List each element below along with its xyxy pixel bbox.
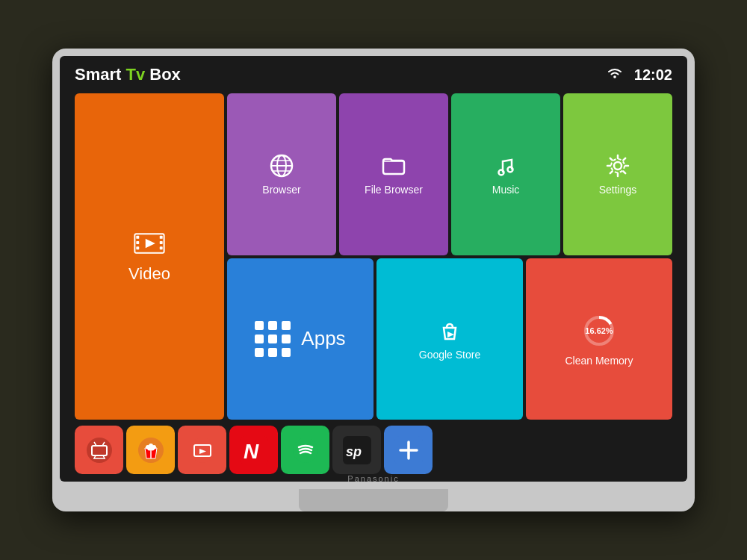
- small-tile-spotify[interactable]: [281, 426, 329, 474]
- small-tile-tv1[interactable]: [75, 426, 123, 474]
- logo-box: Box: [145, 65, 181, 84]
- row1-right: Browser File Browser: [227, 93, 672, 420]
- svg-point-0: [613, 75, 616, 78]
- row1-bottom: Apps Google Store: [227, 258, 672, 420]
- small-tile-popcorn[interactable]: [126, 426, 175, 474]
- clean-memory-progress: 16.62%: [580, 311, 619, 350]
- music-tile[interactable]: Music: [451, 93, 560, 255]
- google-store-tile[interactable]: Google Store: [376, 258, 523, 420]
- small-tile-sp[interactable]: sp: [332, 426, 381, 474]
- apps-dot: [268, 321, 277, 330]
- tv-stand: [299, 489, 448, 511]
- screen-content: Smart Tv Box 12:02: [60, 56, 687, 482]
- apps-dot: [282, 335, 291, 343]
- apps-dot: [282, 348, 291, 357]
- svg-rect-7: [160, 246, 163, 249]
- svg-text:sp: sp: [346, 444, 362, 459]
- google-store-label: Google Store: [419, 349, 481, 361]
- music-icon: [492, 152, 519, 179]
- header-right: 12:02: [606, 66, 672, 84]
- tv-outer: Smart Tv Box 12:02: [52, 49, 695, 511]
- svg-point-21: [87, 438, 112, 463]
- apps-dot: [268, 348, 277, 357]
- svg-rect-3: [136, 241, 139, 244]
- svg-text:N: N: [244, 440, 259, 463]
- settings-tile[interactable]: Settings: [563, 93, 672, 255]
- clean-memory-tile[interactable]: 16.62% Clean Memory: [526, 258, 672, 420]
- video-icon: [131, 230, 167, 257]
- popcorn-icon: [137, 436, 165, 464]
- svg-marker-8: [146, 238, 155, 247]
- settings-icon: [604, 152, 631, 179]
- small-tile-add[interactable]: [384, 426, 433, 474]
- clock: 12:02: [634, 66, 672, 84]
- apps-dot: [255, 348, 264, 357]
- add-icon: [394, 436, 423, 464]
- tv-screen: Smart Tv Box 12:02: [60, 56, 687, 482]
- tv1-icon: [85, 436, 114, 464]
- music-label: Music: [492, 184, 520, 196]
- row1: Video: [75, 93, 672, 420]
- main-grid: Video: [75, 93, 672, 474]
- apps-dot: [255, 335, 264, 343]
- file-browser-label: File Browser: [365, 184, 423, 196]
- svg-point-16: [614, 162, 622, 169]
- spotify-icon: [291, 436, 320, 464]
- tv-brand: Panasonic: [347, 474, 399, 483]
- logo-tv: Tv: [121, 65, 145, 84]
- svg-point-14: [499, 170, 504, 175]
- tv2-icon: [188, 436, 217, 464]
- apps-dot: [255, 321, 264, 330]
- header: Smart Tv Box 12:02: [75, 65, 672, 84]
- wifi-icon: [606, 66, 624, 84]
- apps-dot: [268, 335, 277, 343]
- svg-point-40: [293, 438, 318, 463]
- file-browser-tile[interactable]: File Browser: [339, 93, 448, 255]
- row1-top: Browser File Browser: [227, 93, 672, 255]
- file-browser-icon: [380, 152, 407, 179]
- svg-rect-2: [136, 235, 139, 238]
- small-tile-tv2[interactable]: [178, 426, 226, 474]
- video-tile[interactable]: Video: [75, 93, 224, 420]
- apps-dots-grid: [255, 321, 291, 357]
- google-store-icon: [436, 317, 463, 344]
- svg-marker-18: [447, 332, 454, 337]
- svg-rect-5: [160, 235, 163, 238]
- apps-label: Apps: [301, 327, 345, 350]
- clean-memory-label: Clean Memory: [565, 355, 633, 367]
- svg-rect-4: [136, 246, 139, 249]
- sp-icon: sp: [343, 436, 371, 464]
- apps-dot: [282, 321, 291, 330]
- settings-label: Settings: [599, 184, 637, 196]
- row2-small-tiles: N sp: [75, 426, 672, 474]
- svg-point-15: [508, 167, 513, 172]
- logo: Smart Tv Box: [75, 65, 181, 84]
- svg-rect-6: [160, 241, 163, 244]
- svg-point-17: [611, 159, 624, 172]
- apps-tile[interactable]: Apps: [227, 258, 374, 420]
- video-label: Video: [128, 264, 170, 284]
- browser-label: Browser: [262, 184, 300, 196]
- netflix-icon: N: [240, 436, 268, 464]
- clean-memory-percent: 16.62%: [585, 326, 613, 335]
- small-tile-netflix[interactable]: N: [229, 426, 278, 474]
- browser-icon: [268, 152, 295, 179]
- browser-tile[interactable]: Browser: [227, 93, 336, 255]
- logo-smart: Smart: [75, 65, 121, 84]
